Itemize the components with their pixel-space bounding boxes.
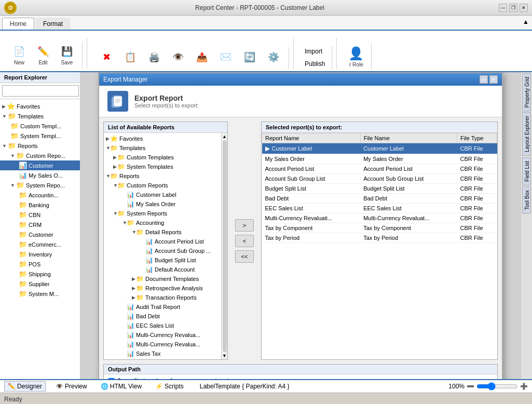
save-button[interactable]: 💾 Save [56, 42, 78, 67]
tree-item-custom-templates[interactable]: 📁 Custom Templ... [0, 121, 80, 131]
tree-item-pos[interactable]: 📁 POS [0, 259, 80, 269]
list-item-my-sales-order[interactable]: 📊 My Sales Order [104, 199, 221, 209]
list-item-templates[interactable]: ▼ 📁 Templates [104, 143, 221, 153]
zoom-in-icon[interactable]: ➕ [520, 383, 528, 390]
tree-item-customer-folder[interactable]: 📁 Customer [0, 230, 80, 239]
table-row[interactable]: Account Period ListAccount Period ListCB… [262, 164, 497, 174]
list-item-sales-tax[interactable]: 📊 Sales Tax [104, 349, 221, 358]
tree-item-reports[interactable]: ▼ 📁 Reports [0, 141, 80, 151]
refresh-button[interactable]: 🔄 [239, 47, 261, 67]
list-item-multi-currency-2[interactable]: 📊 Multi-Currency Revalua... [104, 340, 221, 349]
tab-home[interactable]: Home [2, 18, 34, 30]
import-button[interactable]: Import [302, 46, 328, 57]
tree-item-favorites[interactable]: ▶ ⭐ Favorites [0, 101, 80, 111]
tree-item-system-mgmt[interactable]: 📁 System M... [0, 289, 80, 299]
list-item-account-period[interactable]: 📊 Account Period List [104, 237, 221, 246]
tab-designer[interactable]: ✏️ Designer [4, 381, 46, 392]
list-item-budget-split[interactable]: 📊 Budget Split List [104, 255, 221, 265]
scrollbar-thumb[interactable] [223, 140, 227, 352]
tree-item-my-sales-order[interactable]: 📊 My Sales O... [0, 170, 80, 180]
table-row[interactable]: Bad DebtBad DebtCBR File [262, 194, 497, 204]
tree-item-accounting[interactable]: 📁 Accountin... [0, 190, 80, 200]
list-item-detail-reports[interactable]: ▼ 📁 Detail Reports [104, 227, 221, 237]
modal-minimize-button[interactable]: — [480, 75, 488, 84]
copy-button[interactable]: 📋 [119, 47, 141, 67]
property-grid-tab[interactable]: Property Grid [522, 73, 531, 111]
tab-scripts[interactable]: ⚡ Scripts [152, 381, 187, 392]
preview-button[interactable]: 👁️ [167, 47, 189, 67]
tree-item-shipping[interactable]: 📁 Shipping [0, 269, 80, 279]
edit-label: Edit [38, 60, 47, 65]
layout-explorer-tab[interactable]: Layout Explorer [522, 112, 531, 156]
tree-item-supplier[interactable]: 📁 Supplier [0, 279, 80, 289]
table-row[interactable]: Tax by PeriodTax by PeriodCBR File [262, 233, 497, 243]
edit-button[interactable]: ✏️ Edit [32, 42, 54, 67]
list-item-reports[interactable]: ▼ 📁 Reports [104, 171, 221, 181]
transfer-remove-all-button[interactable]: << [235, 250, 254, 263]
tree-item-templates[interactable]: ▼ 📁 Templates [0, 111, 80, 121]
list-item-bad-debt[interactable]: 📊 Bad Debt [104, 312, 221, 321]
list-item-default-account[interactable]: 📊 Default Account [104, 265, 221, 274]
table-row[interactable]: ▶Customer LabelCustomer LabelCBR File [262, 143, 497, 154]
list-item-customer-label[interactable]: 📊 Customer Label [104, 190, 221, 199]
tree-item-banking[interactable]: 📁 Banking [0, 200, 80, 210]
tree-label: Custom Repo... [26, 153, 65, 159]
role-button[interactable]: 👤 r Role [345, 44, 367, 69]
open-location-checkbox[interactable] [108, 378, 115, 380]
table-row[interactable]: EEC Sales ListEEC Sales ListCBR File [262, 204, 497, 213]
tab-format[interactable]: Format [35, 18, 71, 30]
list-scrollbar[interactable]: ▲ ▼ [221, 133, 227, 359]
table-row[interactable]: Account Sub Group ListAccount Sub Group … [262, 174, 497, 184]
new-button[interactable]: 📄 New [8, 42, 30, 67]
tree-item-system-reports[interactable]: ▼ 📁 System Repo... [0, 180, 80, 190]
table-row[interactable]: Tax by ComponentTax by ComponentCBR File [262, 223, 497, 233]
table-row[interactable]: Multi-Currency Revaluati...Multi-Currenc… [262, 213, 497, 223]
transfer-add-button[interactable]: > [235, 219, 254, 232]
export-button[interactable]: 📤 [191, 47, 213, 67]
tree-item-inventory[interactable]: 📁 Inventory [0, 249, 80, 259]
scrollbar-up[interactable]: ▲ [222, 134, 227, 139]
tree-item-customer[interactable]: 📊 Customer [0, 160, 80, 170]
publish-button[interactable]: Publish [302, 59, 328, 69]
print-button[interactable]: 🖨️ [143, 47, 165, 67]
close-button[interactable]: ✕ [520, 4, 528, 12]
list-item-multi-currency-1[interactable]: 📊 Multi-Currency Revalua... [104, 330, 221, 340]
tree-item-custom-reports[interactable]: ▼ 📁 Custom Repo... [0, 151, 80, 160]
list-item-retrospective[interactable]: ▶ 📁 Retrospective Analysis [104, 284, 221, 293]
list-item-favorites[interactable]: ▶ ⭐ Favorites [104, 134, 221, 143]
tab-html-view[interactable]: 🌐 HTML View [97, 381, 145, 392]
toolbox-tab[interactable]: Tool Box [522, 186, 531, 213]
list-item-accounting[interactable]: ▼ 📁 Accounting [104, 218, 221, 227]
tree-item-ecommerce[interactable]: 📁 eCommerc... [0, 239, 80, 249]
table-row[interactable]: Budget Split ListBudget Split ListCBR Fi… [262, 184, 497, 194]
tab-preview[interactable]: 👁️ Preview [52, 381, 91, 392]
list-item-system-reports[interactable]: ▼ 📁 System Reports [104, 209, 221, 218]
ribbon-collapse-button[interactable]: ▲ [522, 18, 530, 26]
search-input[interactable] [2, 85, 79, 97]
list-item-transaction-reports[interactable]: ▶ 📁 Transaction Reports [104, 293, 221, 302]
list-item-account-sub-group[interactable]: 📊 Account Sub Group ... [104, 246, 221, 255]
restore-button[interactable]: ❐ [509, 4, 517, 12]
status-bar: Ready [0, 393, 532, 404]
field-list-tab[interactable]: Field List [522, 157, 531, 185]
minimize-button[interactable]: — [499, 4, 507, 12]
list-item-system-templates[interactable]: ▶ 📁 System Templates [104, 162, 221, 171]
zoom-out-icon[interactable]: ➖ [467, 383, 474, 390]
list-item-custom-templates[interactable]: ▶ 📁 Custom Templates [104, 153, 221, 162]
tree-item-cbn[interactable]: 📁 CBN [0, 210, 80, 220]
scrollbar-down[interactable]: ▼ [222, 353, 227, 358]
table-row[interactable]: My Sales OrderMy Sales OrderCBR File [262, 154, 497, 164]
cell-file-name: Account Sub Group List [360, 174, 457, 184]
settings-button[interactable]: ⚙️ [263, 47, 284, 67]
tree-item-system-templates[interactable]: 📁 System Templ... [0, 131, 80, 141]
list-item-audit-trail[interactable]: 📊 Audit Trail Report [104, 302, 221, 312]
list-item-custom-reports[interactable]: ▼ 📁 Custom Reports [104, 181, 221, 190]
modal-close-button[interactable]: ✕ [489, 75, 498, 84]
list-item-document-templates[interactable]: ▶ 📁 Document Templates [104, 274, 221, 284]
tree-item-crm[interactable]: 📁 CRM [0, 220, 80, 230]
transfer-remove-button[interactable]: < [235, 235, 254, 247]
delete-button[interactable]: ✖ [96, 47, 117, 67]
list-item-eec-sales[interactable]: 📊 EEC Sales List [104, 321, 221, 330]
email-button[interactable]: ✉️ [215, 47, 237, 67]
zoom-slider[interactable] [476, 382, 518, 390]
